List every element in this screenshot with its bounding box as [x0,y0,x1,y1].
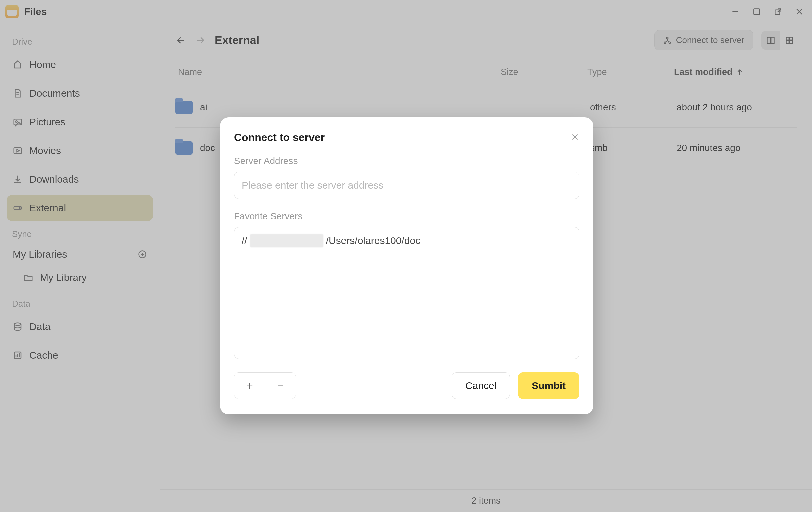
modal-action-buttons: Cancel Sumbit [452,372,579,399]
server-address-input[interactable] [234,172,579,199]
remove-favorite-button[interactable]: − [265,373,296,399]
favorite-servers-label: Favorite Servers [234,211,579,222]
modal-footer: + − Cancel Sumbit [234,372,579,399]
cancel-button[interactable]: Cancel [452,372,510,399]
submit-button[interactable]: Sumbit [518,372,579,399]
favorite-prefix: // [242,235,247,246]
connect-server-modal: Connect to server Server Address Favorit… [220,117,593,414]
favorite-add-remove-group: + − [234,372,296,399]
favorite-servers-list[interactable]: // /Users/olares100/doc [234,227,579,359]
close-icon [571,133,579,141]
modal-close-button[interactable] [571,133,579,143]
redacted-host [250,234,323,247]
add-favorite-button[interactable]: + [234,373,265,399]
server-address-label: Server Address [234,156,579,166]
favorite-suffix: /Users/olares100/doc [326,235,420,246]
favorite-server-item[interactable]: // /Users/olares100/doc [234,227,579,254]
modal-header: Connect to server [234,131,579,144]
modal-title: Connect to server [234,131,325,144]
